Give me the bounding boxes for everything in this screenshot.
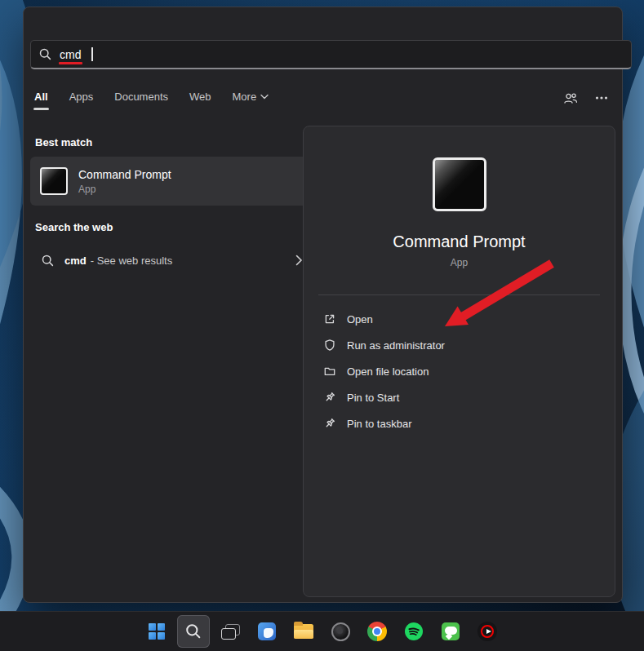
people-icon	[563, 91, 578, 104]
preview-app-title: Command Prompt	[393, 232, 525, 251]
action-pin-to-start[interactable]: Pin to Start	[318, 384, 600, 410]
taskbar-widgets-button[interactable]	[251, 615, 283, 648]
folder-icon	[294, 624, 313, 639]
taskbar-youtube-music-button[interactable]	[471, 615, 504, 648]
best-match-meta: Command Prompt App	[78, 168, 171, 195]
play-button-icon	[477, 622, 497, 641]
web-result-suffix: - See web results	[91, 255, 172, 267]
task-view-icon	[221, 624, 240, 640]
taskbar-search-button[interactable]	[177, 615, 210, 648]
taskbar-chat-app-button[interactable]	[434, 615, 467, 648]
action-open-file-location[interactable]: Open file location	[318, 358, 600, 384]
taskbar	[0, 611, 644, 651]
result-subtitle: App	[78, 184, 171, 195]
expand-web-results-button[interactable]	[295, 255, 303, 266]
best-match-result[interactable]: Command Prompt App	[30, 157, 311, 206]
taskbar-spotify-button[interactable]	[398, 615, 430, 648]
command-prompt-icon	[40, 167, 68, 195]
folder-outline-icon	[323, 365, 336, 378]
action-label: Pin to taskbar	[347, 418, 412, 430]
ellipsis-icon	[594, 91, 609, 104]
web-section-heading: Search the web	[35, 221, 113, 233]
action-run-as-administrator[interactable]: Run as administrator	[318, 332, 600, 358]
search-query-wrap: cmd	[60, 49, 81, 60]
search-icon	[42, 255, 54, 267]
app-actions-list: Open Run as administrator	[304, 295, 615, 447]
preview-panel: Command Prompt App Open	[303, 126, 615, 597]
action-pin-to-taskbar[interactable]: Pin to taskbar	[318, 410, 600, 436]
taskbar-camera-app-button[interactable]	[324, 615, 357, 648]
action-label: Run as administrator	[347, 339, 445, 352]
tab-documents-label: Documents	[114, 91, 168, 103]
preview-app-subtitle: App	[451, 257, 468, 268]
screen: cmd All Apps Documents Web More	[0, 0, 644, 651]
search-flyout: cmd All Apps Documents Web More	[23, 7, 623, 603]
more-options-button[interactable]	[594, 91, 609, 104]
web-search-result[interactable]: cmd - See web results	[30, 242, 313, 278]
chevron-right-icon	[295, 255, 303, 266]
result-title: Command Prompt	[78, 168, 171, 181]
web-result-text: cmd - See web results	[64, 255, 172, 267]
taskbar-chrome-button[interactable]	[361, 615, 393, 648]
tab-apps[interactable]: Apps	[69, 89, 95, 113]
taskbar-task-view-button[interactable]	[214, 615, 246, 648]
tab-more[interactable]: More	[232, 89, 270, 113]
account-button[interactable]	[563, 91, 578, 104]
admin-shield-icon	[323, 339, 336, 352]
taskbar-start-button[interactable]	[140, 615, 173, 648]
search-query: cmd	[60, 49, 81, 60]
action-label: Pin to Start	[347, 392, 399, 404]
tab-all-label: All	[34, 91, 48, 103]
tab-all[interactable]: All	[33, 89, 49, 113]
tab-web[interactable]: Web	[189, 89, 212, 113]
chevron-down-icon	[260, 94, 269, 100]
camera-lens-icon	[331, 622, 350, 641]
web-result-query: cmd	[64, 255, 87, 267]
chrome-icon	[367, 622, 387, 641]
action-open[interactable]: Open	[318, 306, 600, 332]
annotation-red-underline	[59, 62, 82, 64]
widgets-icon	[258, 622, 276, 640]
action-label: Open	[347, 313, 373, 326]
command-prompt-icon-large	[433, 157, 486, 211]
search-header-actions	[563, 89, 609, 104]
search-filter-tabs: All Apps Documents Web More	[33, 89, 609, 118]
chat-bubble-icon	[442, 622, 460, 640]
pin-icon	[323, 417, 336, 430]
text-cursor	[91, 47, 93, 61]
taskbar-file-explorer-button[interactable]	[287, 615, 320, 648]
search-icon	[39, 48, 51, 60]
tab-more-label: More	[233, 91, 257, 103]
tab-web-label: Web	[189, 91, 211, 103]
tab-documents[interactable]: Documents	[113, 89, 169, 113]
search-input[interactable]: cmd	[30, 40, 632, 69]
spotify-icon	[404, 622, 424, 641]
windows-logo-icon	[149, 623, 165, 640]
tab-apps-label: Apps	[69, 91, 94, 103]
pin-icon	[323, 391, 336, 404]
open-external-icon	[323, 312, 336, 326]
search-icon	[184, 622, 202, 640]
best-match-heading: Best match	[35, 136, 92, 148]
action-label: Open file location	[347, 365, 429, 378]
